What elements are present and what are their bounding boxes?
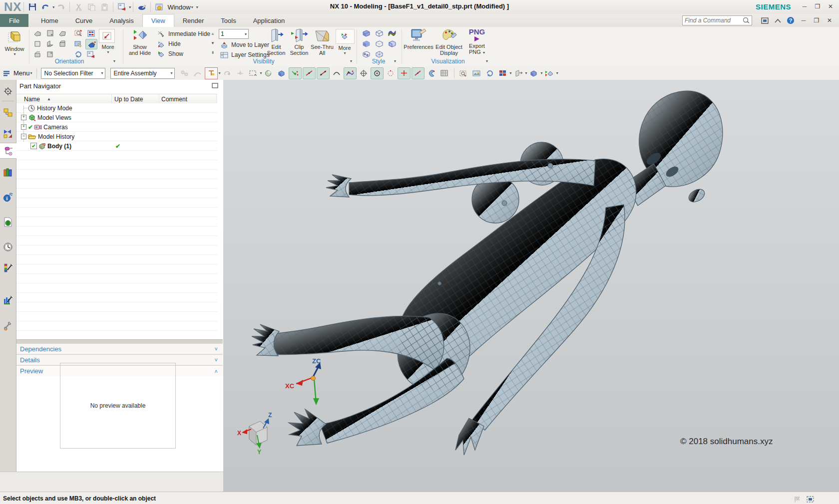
hd3d-tools-icon[interactable] (0, 215, 16, 230)
fit-facets-icon[interactable] (85, 28, 96, 38)
style-wireframe-icon[interactable] (374, 28, 385, 38)
style-hidden-edges-icon[interactable] (374, 39, 385, 48)
zoom-icon[interactable] (73, 28, 84, 38)
snap-quadrant-icon[interactable] (385, 68, 397, 79)
doc-close-button[interactable]: ✕ (823, 15, 836, 25)
graphics-viewport[interactable]: ZC XC X Y Z © 2018 solidhumans.xyz (223, 80, 839, 492)
detail-filtering-icon[interactable] (192, 68, 204, 79)
see-thru-all-button[interactable]: See-ThruAll (311, 28, 334, 59)
snap-point-on-face-icon[interactable] (425, 68, 437, 79)
style-gallery-dropdown[interactable]: ▾ (394, 59, 396, 63)
alerts-flag-icon[interactable] (791, 494, 803, 504)
sort-asc-icon[interactable]: ▲ (47, 97, 51, 101)
clip-section-dropdown[interactable]: ▾ (525, 71, 527, 75)
roles-tools-icon[interactable] (0, 318, 16, 333)
column-up-to-date[interactable]: Up to Date (114, 96, 143, 103)
perspective-icon[interactable] (497, 68, 509, 79)
export-png-button[interactable]: PNG ExportPNG ▾ (465, 28, 488, 59)
snap-point-on-curve-icon[interactable] (412, 67, 424, 79)
fullscreen-icon[interactable] (758, 15, 771, 25)
tree-row-model-history[interactable]: − Model History (16, 132, 74, 141)
wizards-icon[interactable] (0, 292, 16, 307)
tab-analysis[interactable]: Analysis (101, 14, 142, 27)
edit-section-button[interactable]: EditSection (265, 28, 288, 59)
snap-existing-point-icon[interactable] (398, 67, 411, 79)
show-hide-quick-icon[interactable] (543, 68, 555, 79)
part-navigator-icon[interactable] (0, 143, 16, 159)
tree-row-model-views[interactable]: + Model Views (16, 113, 71, 122)
rotate-icon[interactable] (484, 68, 496, 79)
move-to-layer-item[interactable]: Move to Layer (219, 40, 269, 50)
expander-minus[interactable]: − (21, 134, 26, 139)
view-right-icon[interactable] (57, 39, 68, 48)
pan-icon[interactable] (73, 39, 84, 48)
tab-home[interactable]: Home (32, 14, 67, 27)
tab-tools[interactable]: Tools (212, 14, 244, 27)
snap-endpoint-icon[interactable] (289, 67, 302, 79)
find-command-input[interactable] (682, 15, 752, 25)
dynamic-wcs-icon[interactable] (85, 39, 97, 49)
selection-filter-dropdown[interactable]: ▾ (219, 71, 221, 75)
gallery-scroll[interactable]: ▲▼⇟ (210, 29, 216, 57)
visual-reports-icon[interactable] (0, 260, 16, 275)
help-icon[interactable]: ? (784, 15, 797, 25)
section-dependencies[interactable]: Dependencies˅ (16, 343, 223, 354)
column-comment[interactable]: Comment (161, 96, 187, 103)
view-isometric-icon[interactable] (57, 28, 68, 38)
expander-plus[interactable]: + (21, 115, 26, 120)
snap-control-point-icon[interactable] (317, 67, 330, 79)
app-minimize-button[interactable]: ─ (798, 1, 811, 11)
view-left-icon[interactable] (44, 39, 55, 48)
selection-filter-combo[interactable]: No Selection Filter▾ (41, 68, 105, 79)
handles-icon[interactable] (234, 68, 246, 79)
orientation-more-button[interactable]: More▾ (98, 44, 118, 54)
window-display-icon[interactable] (804, 494, 816, 504)
panel-undock-icon[interactable] (212, 83, 218, 90)
visibility-dialog-launcher[interactable]: ▾ (350, 59, 352, 63)
tree-row-body[interactable]: ✔ Body (1) ✔ (16, 141, 71, 151)
visualization-dialog-launcher[interactable]: ▾ (486, 59, 488, 63)
menu-button[interactable]: Menu▾ (3, 69, 32, 77)
selection-scope-combo[interactable]: Entire Assembly▾ (110, 68, 175, 79)
render-style-dropdown[interactable]: ▾ (541, 71, 543, 75)
tab-file[interactable]: File (0, 14, 28, 27)
style-shaded-edges-icon[interactable] (361, 28, 372, 38)
model-canvas[interactable]: ZC XC X Y Z (223, 80, 839, 492)
snap-curve-icon[interactable]: A (344, 67, 357, 79)
hide-item[interactable]: Hide (156, 39, 210, 49)
tab-render[interactable]: Render (174, 14, 213, 27)
visibility-more-button[interactable]: More▾ (335, 45, 355, 55)
wcs-triad[interactable] (296, 362, 321, 405)
clip-work-section-icon[interactable] (512, 68, 524, 79)
web-browser-icon[interactable]: i (0, 190, 16, 205)
fit-view-button[interactable] (99, 29, 115, 43)
fit-image-icon[interactable] (471, 68, 483, 79)
perspective-dropdown[interactable]: ▾ (510, 71, 512, 75)
visibility-more-gallery[interactable] (336, 29, 355, 44)
zoom-window-icon[interactable] (458, 68, 470, 79)
style-studio-icon[interactable] (387, 39, 398, 48)
navigation-gear-icon[interactable] (0, 84, 16, 99)
search-icon[interactable] (742, 16, 751, 24)
doc-minimize-button[interactable]: ─ (797, 15, 810, 25)
immediate-hide-item[interactable]: Immediate Hide (156, 29, 210, 39)
reuse-library-icon[interactable] (0, 165, 16, 180)
style-artistic-icon[interactable] (387, 28, 398, 38)
general-selection-filter-icon[interactable] (205, 67, 218, 79)
minimize-ribbon-icon[interactable] (771, 15, 784, 25)
app-restore-button[interactable]: ❐ (811, 1, 824, 11)
select-parent-icon[interactable] (179, 68, 191, 79)
show-item[interactable]: Show (156, 49, 210, 59)
history-icon[interactable] (0, 240, 16, 254)
view-top-icon[interactable] (32, 39, 43, 48)
render-style-icon[interactable] (528, 68, 540, 79)
clip-section-button[interactable]: ClipSection (288, 28, 311, 59)
select-style-dropdown[interactable]: ▾ (260, 71, 262, 75)
style-shaded-icon[interactable] (361, 39, 372, 48)
expander-plus[interactable]: + (21, 124, 26, 130)
rotate-point-icon[interactable] (221, 68, 233, 79)
show-hide-dropdown[interactable]: ▾ (556, 71, 558, 75)
column-name[interactable]: Name (24, 96, 40, 103)
snap-grid-icon[interactable] (438, 68, 450, 79)
snap-enable-icon[interactable] (263, 68, 275, 79)
